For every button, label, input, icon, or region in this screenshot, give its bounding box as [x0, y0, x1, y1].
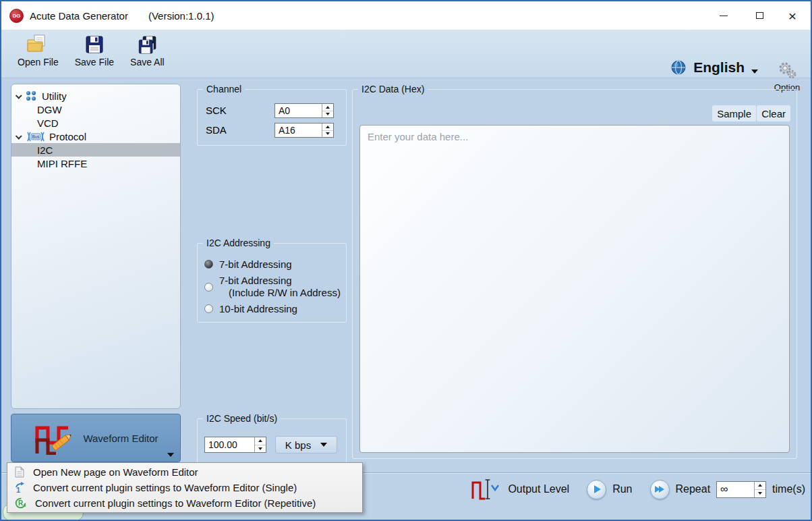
sidebar-item-utility[interactable]: Utility: [11, 89, 180, 103]
radio-selected-icon: [204, 260, 213, 269]
sck-channel-spinner[interactable]: A0: [274, 103, 334, 118]
chevron-down-icon[interactable]: [16, 132, 22, 139]
minimize-button[interactable]: [708, 1, 739, 30]
arrow-up-icon: [258, 439, 262, 442]
bus-icon: Bus: [26, 132, 45, 142]
window-title: Acute Data Generator: [30, 10, 128, 22]
sda-label: SDA: [206, 124, 227, 136]
sda-channel-spinner[interactable]: A16: [274, 123, 334, 138]
convert-single-icon: 1: [15, 482, 24, 493]
waveform-editor-label: Waveform Editor: [83, 433, 158, 444]
open-file-button[interactable]: Open File: [15, 32, 61, 69]
radio-label: 10-bit Addressing: [219, 303, 297, 314]
arrow-down-icon: [326, 113, 330, 115]
save-file-label: Save File: [75, 57, 114, 67]
repeat-count-spinner[interactable]: ∞: [716, 481, 766, 498]
run-button[interactable]: [587, 480, 606, 499]
save-all-label: Save All: [130, 57, 165, 67]
plugin-tree-panel: Utility DGW VCD Bus Protocol I2C MIPI RF…: [11, 84, 181, 409]
play-icon: [659, 486, 664, 493]
sidebar-item-dgw[interactable]: DGW: [11, 103, 180, 116]
i2c-data-input[interactable]: [359, 125, 790, 453]
maximize-icon: [756, 12, 763, 19]
addressing-group-title: I2C Addressing: [203, 238, 274, 248]
spinner-arrows[interactable]: [254, 437, 266, 452]
menu-item-label: Convert current plugin settings to Wavef…: [33, 482, 297, 493]
utility-icon: [26, 91, 36, 101]
addressing-group: I2C Addressing 7-bit Addressing 7-bit Ad…: [197, 243, 347, 323]
speed-value: 100.00: [205, 437, 254, 452]
sample-button[interactable]: Sample: [712, 105, 756, 121]
waveform-pencil-icon: [33, 421, 78, 455]
sidebar-item-label: MIPI RFFE: [37, 158, 87, 169]
waveform-editor-button[interactable]: Waveform Editor: [11, 414, 181, 462]
version-label: (Version:1.0.1): [148, 10, 214, 22]
speed-group-title: I2C Speed (bit/s): [203, 413, 281, 424]
close-button[interactable]: ×: [777, 1, 808, 30]
language-selector[interactable]: English: [670, 59, 758, 76]
channel-group-title: Channel: [203, 84, 245, 94]
option-button[interactable]: Option: [767, 61, 807, 92]
close-icon: ×: [788, 9, 796, 23]
radio-7bit[interactable]: 7-bit Addressing: [204, 258, 292, 270]
open-file-label: Open File: [18, 57, 59, 67]
spinner-arrows[interactable]: [322, 104, 333, 117]
save-all-button[interactable]: Save All: [127, 32, 167, 69]
sidebar-item-i2c[interactable]: I2C: [11, 143, 180, 157]
save-file-button[interactable]: Save File: [72, 32, 117, 69]
toolbar: Open File Save File: [1, 30, 811, 78]
title-bar: DG Acute Data Generator (Version:1.0.1) …: [1, 1, 811, 30]
arrow-up-icon: [326, 126, 330, 128]
radio-sublabel: (Include R/W in Address): [219, 287, 341, 299]
language-label: English: [693, 59, 745, 76]
spinner-arrows[interactable]: [322, 124, 333, 137]
i2c-data-group: I2C Data (Hex) Sample Clear: [352, 89, 797, 459]
sck-value: A0: [275, 104, 322, 117]
menu-item-label: Convert current plugin settings to Wavef…: [35, 497, 316, 509]
maximize-button[interactable]: [744, 1, 775, 30]
menu-item-convert-single[interactable]: 1 Convert current plugin settings to Wav…: [7, 480, 362, 495]
arrow-down-icon: [258, 447, 262, 450]
arrow-up-icon: [758, 484, 762, 487]
svg-text:R: R: [18, 499, 24, 507]
menu-item-open-new-page[interactable]: Open New page on Waveform Editor: [7, 464, 362, 480]
play-icon: [594, 485, 601, 493]
repeat-label: Repeat: [676, 483, 711, 495]
svg-text:Bus: Bus: [32, 134, 40, 139]
radio-icon: [204, 283, 213, 292]
sidebar-item-label: VCD: [37, 117, 59, 129]
speed-group: I2C Speed (bit/s) 100.00 K bps: [197, 418, 347, 467]
speed-spinner[interactable]: 100.00: [204, 437, 266, 453]
output-level-label: Output Level: [508, 483, 569, 495]
gear-icon: [775, 61, 799, 81]
svg-text:1: 1: [16, 486, 20, 493]
times-label: time(s): [772, 483, 805, 495]
sidebar-item-vcd[interactable]: VCD: [11, 116, 180, 130]
save-all-icon: [136, 34, 158, 55]
radio-7bit-rw[interactable]: 7-bit Addressing (Include R/W in Address…: [204, 275, 341, 299]
sidebar-item-protocol[interactable]: Bus Protocol: [11, 130, 180, 143]
waveform-editor-menu: Open New page on Waveform Editor 1 Conve…: [7, 462, 363, 513]
waveform-editor-caret-icon: [167, 453, 174, 457]
convert-repetitive-icon: R: [15, 497, 26, 509]
sidebar-item-mipi-rffe[interactable]: MIPI RFFE: [11, 157, 180, 170]
channel-group: Channel SCK A0 SDA A16: [197, 89, 347, 146]
chevron-down-icon[interactable]: [16, 92, 22, 99]
speed-unit-dropdown[interactable]: K bps: [275, 436, 337, 454]
clear-button[interactable]: Clear: [757, 105, 790, 121]
sck-label: SCK: [206, 105, 227, 116]
language-caret-icon: [751, 70, 758, 74]
globe-icon: [670, 59, 687, 76]
app-window: DG Acute Data Generator (Version:1.0.1) …: [0, 0, 812, 521]
repeat-button[interactable]: [650, 480, 670, 499]
menu-item-convert-repetitive[interactable]: R Convert current plugin settings to Wav…: [7, 495, 362, 511]
spinner-arrows[interactable]: [754, 482, 765, 497]
radio-10bit[interactable]: 10-bit Addressing: [204, 303, 297, 314]
floppy-disk-icon: [84, 34, 105, 55]
sidebar-item-label: Utility: [42, 90, 67, 102]
i2c-data-group-title: I2C Data (Hex): [358, 84, 428, 94]
speed-unit-value: K bps: [285, 439, 311, 451]
menu-item-label: Open New page on Waveform Editor: [33, 466, 198, 478]
radio-icon: [204, 304, 213, 313]
open-folder-icon: [26, 34, 50, 55]
